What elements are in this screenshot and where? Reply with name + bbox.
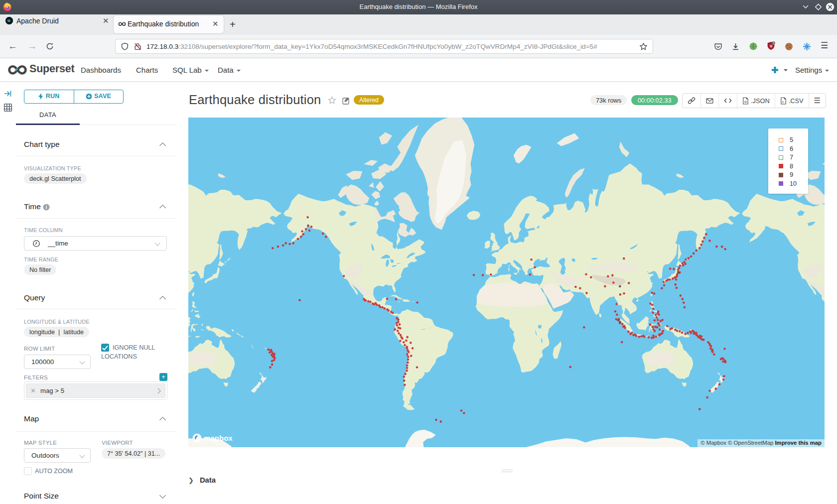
svg-text:2: 2 — [773, 41, 775, 45]
svg-text:x: x — [782, 100, 784, 103]
svg-text:u: u — [770, 43, 772, 48]
